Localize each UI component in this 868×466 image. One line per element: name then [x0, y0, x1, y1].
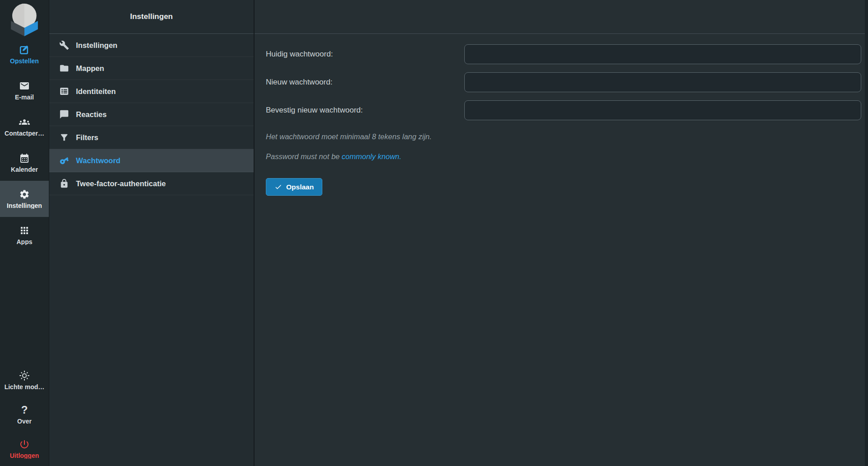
sidebar-item-logout[interactable]: Uitloggen	[0, 432, 49, 466]
settings-item-filters[interactable]: Filters	[49, 126, 254, 149]
sidebar-item-label: Kalender	[11, 166, 38, 173]
commonly-known-link[interactable]: commonly known.	[342, 152, 401, 160]
settings-panel-title: Instellingen	[130, 12, 173, 21]
key-icon	[59, 155, 69, 165]
settings-item-label: Mappen	[76, 64, 104, 73]
question-icon: ?	[21, 405, 28, 415]
settings-item-label: Instellingen	[76, 41, 118, 50]
new-password-label: Nieuw wachtwoord:	[266, 72, 460, 92]
password-settings-content: Huidig wachtwoord: Nieuw wachtwoord: Bev…	[255, 0, 868, 466]
settings-item-label: Wachtwoord	[76, 156, 120, 165]
comment-icon	[59, 109, 69, 119]
sidebar-item-label: Lichte mod…	[5, 384, 45, 390]
calendar-icon	[19, 153, 30, 164]
settings-panel: Instellingen Instellingen Mappen	[49, 0, 255, 466]
sidebar-item-label: Apps	[17, 239, 33, 245]
settings-item-label: Twee-factor-authenticatie	[76, 179, 166, 188]
identity-card-icon	[59, 86, 69, 96]
check-icon	[274, 183, 282, 191]
settings-item-responses[interactable]: Reacties	[49, 103, 254, 126]
settings-item-two-factor[interactable]: Twee-factor-authenticatie	[49, 172, 254, 195]
sidebar-item-about[interactable]: ? Over	[0, 397, 49, 432]
settings-item-identities[interactable]: Identiteiten	[49, 80, 254, 103]
contacts-icon	[19, 117, 30, 127]
sidebar-item-settings[interactable]: Instellingen	[0, 181, 49, 217]
folder-icon	[59, 63, 69, 73]
filter-funnel-icon	[59, 132, 69, 142]
save-button-label: Opslaan	[286, 183, 314, 191]
lock-icon	[59, 179, 69, 188]
sidebar-item-label: Instellingen	[7, 202, 42, 209]
sidebar-item-light-mode[interactable]: Lichte mod…	[0, 363, 49, 397]
compose-icon	[19, 44, 30, 55]
password-known-hint: Password must not be commonly known.	[266, 152, 401, 161]
confirm-password-label: Bevestig nieuw wachtwoord:	[266, 100, 460, 120]
settings-item-label: Filters	[76, 133, 99, 142]
sidebar-item-label: E-mail	[15, 94, 34, 100]
hint-prefix: Password must not be	[266, 152, 342, 160]
webmail-app: Opstellen E-mail Contactper… Kalender In	[0, 0, 868, 466]
sidebar-bottom-group: Lichte mod… ? Over Uitloggen	[0, 363, 49, 466]
sidebar-spacer	[0, 253, 49, 363]
sidebar-item-contacts[interactable]: Contactper…	[0, 108, 49, 145]
settings-item-folders[interactable]: Mappen	[49, 57, 254, 80]
apps-grid-icon	[19, 225, 30, 236]
sidebar-item-calendar[interactable]: Kalender	[0, 145, 49, 181]
logo-icon	[8, 2, 41, 36]
settings-panel-header: Instellingen	[49, 0, 254, 34]
password-length-hint: Het wachtwoord moet minimaal 8 tekens la…	[266, 132, 432, 141]
save-button[interactable]: Opslaan	[266, 178, 322, 196]
taskbar: Opstellen E-mail Contactper… Kalender In	[0, 0, 49, 466]
settings-item-preferences[interactable]: Instellingen	[49, 34, 254, 57]
sidebar-item-label: Opstellen	[10, 58, 39, 64]
sidebar-item-label: Uitloggen	[10, 452, 39, 459]
current-password-input[interactable]	[464, 44, 861, 64]
content-header	[255, 0, 868, 34]
sidebar-item-mail[interactable]: E-mail	[0, 72, 49, 108]
roundcube-logo[interactable]	[8, 2, 41, 34]
current-password-label: Huidig wachtwoord:	[266, 44, 460, 64]
settings-item-label: Reacties	[76, 110, 107, 119]
confirm-password-input[interactable]	[464, 100, 861, 120]
mail-icon	[19, 80, 30, 91]
sidebar-item-compose[interactable]: Opstellen	[0, 36, 49, 72]
wrench-icon	[59, 40, 69, 50]
settings-item-label: Identiteiten	[76, 87, 116, 96]
sun-icon	[19, 370, 30, 381]
settings-item-password[interactable]: Wachtwoord	[49, 149, 254, 172]
power-icon	[19, 439, 30, 450]
new-password-input[interactable]	[464, 72, 861, 92]
scrollbar-gutter[interactable]	[865, 0, 868, 466]
sidebar-item-label: Contactper…	[5, 130, 44, 137]
sidebar-item-label: Over	[17, 418, 32, 424]
sidebar-item-apps[interactable]: Apps	[0, 217, 49, 253]
gear-icon	[19, 189, 30, 200]
